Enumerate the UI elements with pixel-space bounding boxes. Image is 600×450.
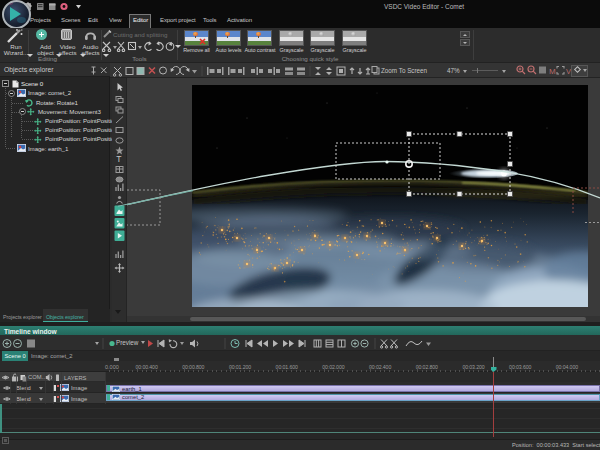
svg-text:T: T (116, 154, 121, 164)
svg-text:M: M (549, 67, 556, 76)
